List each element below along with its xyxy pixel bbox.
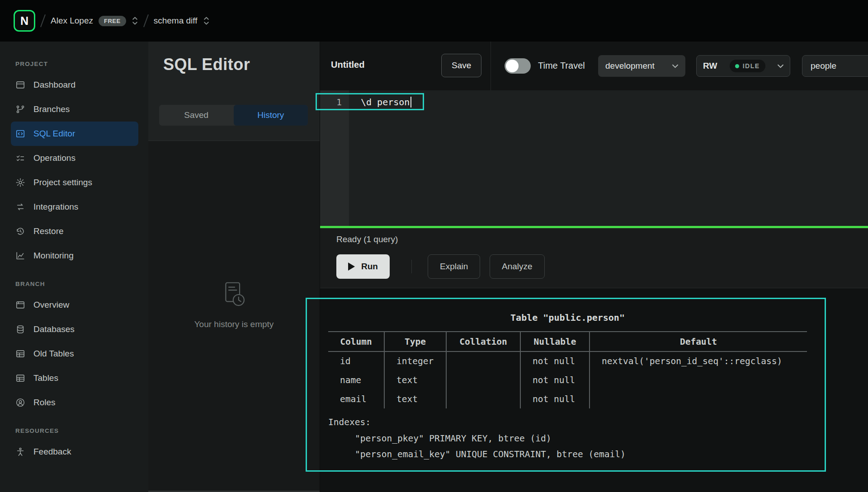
cell: name [328,370,384,389]
roles-user-icon [15,398,25,408]
toggle-knob [506,60,519,72]
cell [590,389,807,408]
sidebar-item-label: Roles [33,398,56,408]
code-line[interactable]: \d person [361,97,411,108]
header-divider [491,42,491,90]
explain-button[interactable]: Explain [428,254,480,279]
index-entry: "person_email_key" UNIQUE CONSTRAINT, bt… [355,449,626,459]
sidebar-item-label: Old Tables [33,349,74,359]
table-row: id integer not null nextval('person_id_s… [328,351,807,370]
time-travel-label: Time Travel [538,61,585,71]
breadcrumb-slash-icon [143,14,149,28]
sidebar-item-roles[interactable]: Roles [11,390,138,415]
sidebar-item-label: Tables [33,373,58,383]
sql-editor-panel-header: SQL Editor Saved History [148,42,320,141]
plan-badge: FREE [99,16,126,26]
sidebar-item-label: Branches [33,104,70,114]
branch-select[interactable]: development [598,55,685,77]
analyze-button[interactable]: Analyze [490,254,545,279]
sidebar-item-operations[interactable]: Operations [11,146,138,170]
sidebar-item-sql-editor[interactable]: SQL Editor [11,122,138,146]
endpoint-status-pill: IDLE [730,60,765,72]
saved-history-tabs: Saved History [159,105,308,126]
gear-icon [15,178,25,187]
editor-main: Untitled Save Time Travel development RW… [320,42,868,492]
sidebar-item-project-settings[interactable]: Project settings [11,170,138,195]
tab-saved[interactable]: Saved [159,105,234,126]
database-select-value: people [811,61,836,71]
operations-icon [15,153,25,163]
sidebar-item-feedback[interactable]: Feedback [11,440,138,464]
query-title: Untitled [331,60,364,70]
neon-logo-icon[interactable]: N [14,10,35,32]
sidebar-section-branch: BRANCH [15,281,148,287]
sidebar-section-resources: RESOURCES [15,427,148,434]
chevron-down-icon [672,64,678,68]
chevron-updown-icon[interactable] [132,15,138,27]
idle-status-dot-icon [735,64,739,68]
sql-editor-panel: SQL Editor Saved History Your history is… [148,42,320,492]
sidebar-item-label: Databases [33,324,75,334]
run-button-label: Run [361,262,378,272]
sidebar-item-restore[interactable]: Restore [11,219,138,244]
chevron-down-icon [778,64,783,68]
cell: text [384,389,446,408]
database-select[interactable]: people [802,55,868,77]
cell [590,370,807,389]
cell: not null [520,351,590,370]
breadcrumb-slash-icon [40,14,46,28]
sidebar-item-branches[interactable]: Branches [11,97,138,122]
results-table: Column Type Collation Nullable Default i… [328,331,807,408]
breadcrumb-account[interactable]: Alex Lopez FREE [51,15,138,27]
results-table-title: Table "public.person" [328,312,807,323]
endpoint-select[interactable]: RW IDLE [696,55,790,77]
editor-status-bar: Ready (1 query) Run Explain Analyze [320,228,868,288]
sidebar-item-old-tables[interactable]: Old Tables [11,342,138,366]
run-button[interactable]: Run [336,254,390,279]
page-title: SQL Editor [163,55,250,74]
dashboard-icon [15,80,25,90]
sidebar-item-tables[interactable]: Tables [11,366,138,390]
account-name: Alex Lopez [51,16,93,26]
restore-clock-icon [15,226,25,236]
breadcrumb-project[interactable]: schema diff [154,15,210,27]
project-name: schema diff [154,16,198,26]
sidebar-item-label: Feedback [33,447,71,457]
code-text: \d person [361,97,410,108]
sidebar-item-databases[interactable]: Databases [11,317,138,342]
column-header: Default [590,332,807,351]
cell: not null [520,370,590,389]
neon-console: N Alex Lopez FREE schema diff PROJECT Da… [0,0,868,492]
indexes-label: Indexes: [328,417,371,427]
sidebar-item-label: Dashboard [33,80,75,90]
editor-header: Untitled Save Time Travel development RW… [320,42,868,90]
tab-history[interactable]: History [234,105,308,126]
editor-gutter: 1 [320,90,349,226]
sidebar-item-label: Project settings [33,178,92,187]
cell: nextval('person_id_seq'::regclass) [590,351,807,370]
cell: integer [384,351,446,370]
sql-code-editor[interactable]: 1 \d person [320,90,868,226]
history-empty-state: Your history is empty [148,279,320,329]
endpoint-status-text: IDLE [743,62,760,70]
column-header: Type [384,332,446,351]
column-header: Column [328,332,384,351]
button-separator [411,260,412,273]
column-header: Nullable [520,332,590,351]
sidebar-item-overview[interactable]: Overview [11,293,138,317]
sidebar-item-monitoring[interactable]: Monitoring [11,244,138,268]
sidebar-item-dashboard[interactable]: Dashboard [11,73,138,97]
save-button[interactable]: Save [441,54,481,77]
overview-icon [15,300,25,310]
integrations-icon [15,202,25,212]
results-header-row: Column Type Collation Nullable Default [328,332,807,351]
chevron-updown-icon[interactable] [203,15,210,27]
sidebar-item-integrations[interactable]: Integrations [11,195,138,219]
sql-editor-icon [15,129,25,139]
topbar: N Alex Lopez FREE schema diff [0,0,868,42]
cell [446,389,520,408]
table-icon [15,349,25,359]
table-icon [15,373,25,383]
time-travel-toggle[interactable] [505,58,531,74]
sidebar-section-project: PROJECT [15,61,148,67]
